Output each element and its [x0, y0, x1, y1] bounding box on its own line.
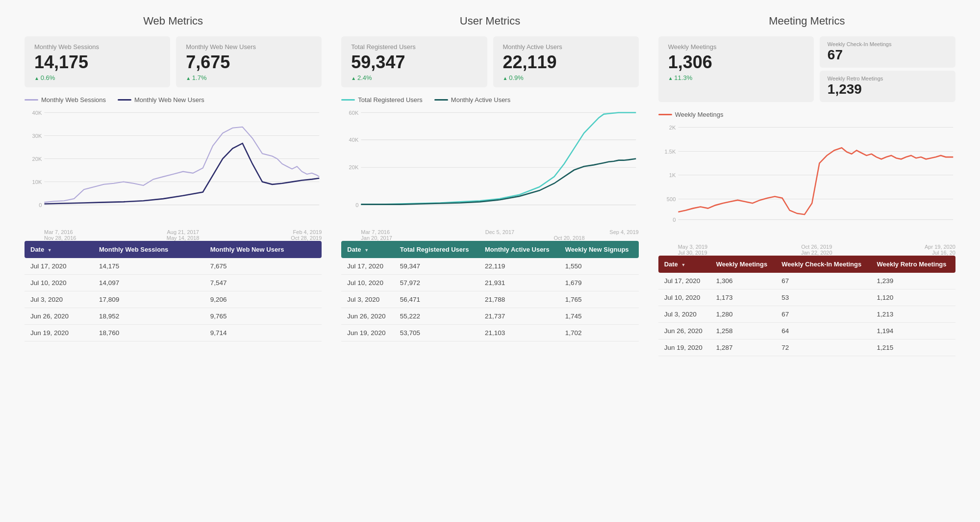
meeting-chart-container: 2K 1.5K 1K 500 0 — [658, 122, 955, 235]
meeting-row1-retro: 1,239 — [871, 273, 955, 289]
weekly-legend-label: Weekly Meetings — [675, 111, 724, 118]
user-row4-total: 55,222 — [394, 308, 479, 324]
web-table-col-new-users: Monthly Web New Users — [204, 241, 322, 258]
web-sessions-legend-label: Monthly Web Sessions — [41, 96, 106, 104]
user-x-label-4: Jan 20, 2017 — [361, 235, 500, 241]
table-row: Jul 3, 2020 17,809 9,206 — [25, 291, 322, 308]
web-sessions-change: 0.6% — [34, 74, 160, 81]
web-table-col-date[interactable]: Date ▼ — [25, 241, 93, 258]
user-chart-legend: Total Registered Users Monthly Active Us… — [341, 96, 638, 104]
meeting-x-label-5: Jan 22, 2020 — [770, 250, 863, 256]
user-row1-active: 22,119 — [479, 258, 559, 275]
svg-text:2K: 2K — [669, 124, 676, 130]
weekly-meetings-label: Weekly Meetings — [668, 43, 804, 51]
table-row: Jul 10, 2020 1,173 53 1,120 — [658, 289, 955, 306]
web-new-users-change: 1.7% — [186, 74, 312, 81]
user-row5-date: Jun 19, 2020 — [341, 324, 394, 341]
web-row2-new-users: 7,547 — [204, 274, 322, 291]
web-x-label-2: Aug 21, 2017 — [137, 229, 229, 235]
web-new-users-legend-line — [118, 99, 131, 101]
user-row2-active: 21,931 — [479, 274, 559, 291]
web-chart-container: 40K 30K 20K 10K 0 — [25, 107, 322, 220]
meeting-row1-checkin: 67 — [776, 273, 871, 289]
meeting-table-body: Jul 17, 2020 1,306 67 1,239 Jul 10, 2020… — [658, 273, 955, 356]
svg-text:500: 500 — [666, 196, 676, 202]
meeting-row5-weekly: 1,287 — [710, 339, 776, 356]
meeting-row5-checkin: 72 — [776, 339, 871, 356]
web-row5-new-users: 9,714 — [204, 324, 322, 341]
active-legend-line — [434, 99, 448, 101]
user-table-body: Jul 17, 2020 59,347 22,119 1,550 Jul 10,… — [341, 258, 638, 341]
meeting-row4-checkin: 64 — [776, 323, 871, 339]
user-row1-signups: 1,550 — [559, 258, 639, 275]
meeting-kpi-row: Weekly Meetings 1,306 11.3% Weekly Check… — [658, 36, 955, 102]
user-table-col-date[interactable]: Date ▼ — [341, 241, 394, 258]
user-row2-total: 57,972 — [394, 274, 479, 291]
svg-text:20K: 20K — [349, 164, 359, 170]
web-row5-date: Jun 19, 2020 — [25, 324, 93, 341]
user-row4-active: 21,737 — [479, 308, 559, 324]
total-registered-kpi: Total Registered Users 59,347 2.4% — [341, 36, 487, 87]
meeting-table-col-date[interactable]: Date ▼ — [658, 256, 710, 273]
checkin-meetings-label: Weekly Check-In Meetings — [828, 41, 948, 47]
svg-text:0: 0 — [356, 202, 359, 208]
user-row4-signups: 1,745 — [559, 308, 639, 324]
web-kpi-row: Monthly Web Sessions 14,175 0.6% Monthly… — [25, 36, 322, 87]
svg-text:1.5K: 1.5K — [664, 149, 676, 155]
user-kpi-row: Total Registered Users 59,347 2.4% Month… — [341, 36, 638, 87]
meeting-row1-weekly: 1,306 — [710, 273, 776, 289]
web-metrics-title: Web Metrics — [25, 15, 322, 27]
meeting-row2-checkin: 53 — [776, 289, 871, 306]
user-chart-svg: 60K 40K 20K 0 — [341, 107, 638, 220]
meeting-row3-date: Jul 3, 2020 — [658, 306, 710, 323]
table-row: Jul 3, 2020 1,280 67 1,213 — [658, 306, 955, 323]
registered-legend-line — [341, 99, 355, 101]
user-row3-signups: 1,765 — [559, 291, 639, 308]
web-x-label-5: May 14, 2018 — [137, 235, 229, 241]
web-new-users-legend-label: Monthly Web New Users — [134, 96, 204, 104]
total-registered-label: Total Registered Users — [351, 43, 477, 51]
meeting-sub-kpis: Weekly Check-In Meetings 67 Weekly Retro… — [820, 36, 955, 102]
monthly-active-value: 22,119 — [503, 52, 629, 72]
user-row2-date: Jul 10, 2020 — [341, 274, 394, 291]
table-row: Jul 10, 2020 57,972 21,931 1,679 — [341, 274, 638, 291]
user-date-sort-icon: ▼ — [364, 248, 369, 253]
meeting-date-sort-icon: ▼ — [681, 262, 685, 267]
user-legend-registered: Total Registered Users — [341, 96, 423, 104]
table-row: Jul 10, 2020 14,097 7,547 — [25, 274, 322, 291]
meeting-metrics-title: Meeting Metrics — [658, 15, 955, 27]
web-row1-date: Jul 17, 2020 — [25, 258, 93, 275]
web-row4-date: Jun 26, 2020 — [25, 308, 93, 324]
web-table-col-sessions: Monthly Web Sessions — [93, 241, 204, 258]
svg-text:40K: 40K — [32, 109, 42, 115]
web-row4-sessions: 18,952 — [93, 308, 204, 324]
web-sessions-value: 14,175 — [34, 52, 160, 72]
web-chart-legend: Monthly Web Sessions Monthly Web New Use… — [25, 96, 322, 104]
active-legend-label: Monthly Active Users — [451, 96, 510, 104]
meeting-row1-date: Jul 17, 2020 — [658, 273, 710, 289]
user-row1-date: Jul 17, 2020 — [341, 258, 394, 275]
user-row1-total: 59,347 — [394, 258, 479, 275]
web-x-labels: Mar 7, 2016 Aug 21, 2017 Feb 4, 2019 — [25, 229, 322, 235]
meeting-row3-checkin: 67 — [776, 306, 871, 323]
weekly-legend-line — [658, 114, 672, 115]
user-metrics-title: User Metrics — [341, 15, 638, 27]
user-chart-wrapper: 60K 40K 20K 0 Mar 7, 2016 Dec 5, 2017 Se… — [341, 107, 638, 241]
user-table-col-active: Monthly Active Users — [479, 241, 559, 258]
meeting-x-label-3: Apr 19, 2020 — [863, 244, 955, 250]
user-x-labels: Mar 7, 2016 Dec 5, 2017 Sep 4, 2019 — [341, 229, 638, 235]
web-data-table: Date ▼ Monthly Web Sessions Monthly Web … — [25, 241, 322, 341]
web-row1-new-users: 7,675 — [204, 258, 322, 275]
user-table-col-total: Total Registered Users — [394, 241, 479, 258]
web-x-label-4: Nov 28, 2016 — [44, 235, 137, 241]
meeting-table-col-retro: Weekly Retro Meetings — [871, 256, 955, 273]
user-table-col-signups: Weekly New Signups — [559, 241, 639, 258]
user-row3-date: Jul 3, 2020 — [341, 291, 394, 308]
web-x-labels-2: Nov 28, 2016 May 14, 2018 Oct 28, 2019 — [25, 235, 322, 241]
meeting-x-label-2: Oct 26, 2019 — [770, 244, 863, 250]
web-sessions-legend-line — [25, 99, 38, 101]
monthly-active-change: 0.9% — [503, 74, 629, 81]
table-row: Jun 26, 2020 55,222 21,737 1,745 — [341, 308, 638, 324]
web-row5-sessions: 18,760 — [93, 324, 204, 341]
svg-text:10K: 10K — [32, 179, 42, 184]
